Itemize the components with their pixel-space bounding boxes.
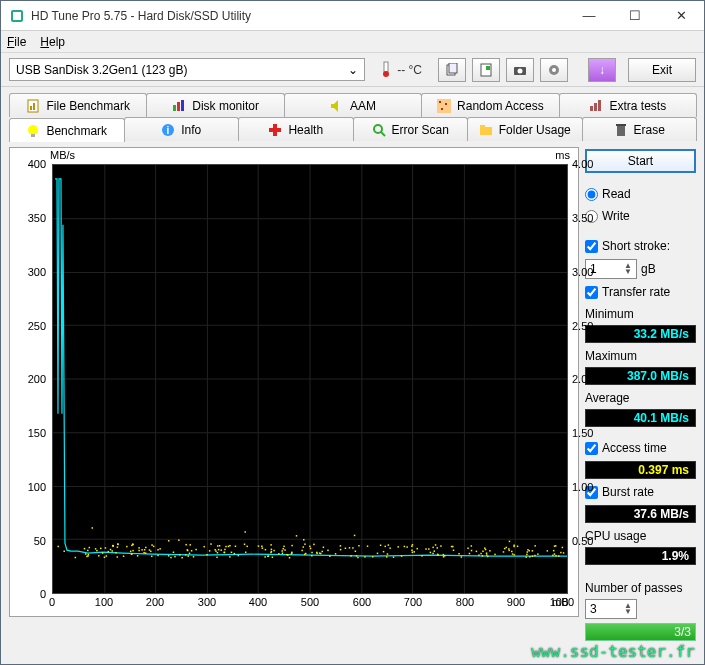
svg-rect-191 [150, 551, 151, 552]
svg-rect-61 [387, 553, 388, 554]
svg-rect-150 [511, 551, 512, 552]
tab-random-access[interactable]: Random Access [421, 93, 559, 117]
svg-rect-294 [131, 545, 132, 546]
svg-rect-171 [271, 551, 272, 552]
svg-rect-122 [193, 556, 194, 557]
tab-aam[interactable]: AAM [284, 93, 422, 117]
read-radio[interactable]: Read [585, 185, 696, 203]
svg-rect-272 [203, 546, 204, 547]
svg-rect-215 [486, 554, 487, 555]
svg-rect-141 [231, 552, 232, 553]
svg-rect-135 [107, 551, 108, 552]
svg-rect-216 [489, 550, 490, 551]
svg-rect-257 [217, 545, 218, 546]
svg-rect-237 [153, 546, 154, 547]
avg-label: Average [585, 391, 696, 405]
copy-info-button[interactable] [438, 58, 466, 82]
access-time-check[interactable]: Access time [585, 439, 696, 457]
chevron-down-icon: ⌄ [348, 63, 358, 77]
svg-rect-163 [244, 544, 245, 545]
passes-spin[interactable]: 3▲▼ [585, 599, 637, 619]
svg-rect-303 [112, 546, 113, 547]
svg-rect-130 [141, 549, 142, 550]
screenshot-button[interactable] [506, 58, 534, 82]
svg-rect-204 [100, 548, 101, 549]
temp-value: -- °C [397, 63, 422, 77]
svg-point-11 [552, 68, 556, 72]
svg-rect-208 [508, 550, 509, 551]
svg-rect-239 [218, 549, 219, 550]
svg-rect-5 [449, 63, 457, 73]
tab-extra-tests[interactable]: Extra tests [559, 93, 697, 117]
menu-help[interactable]: Help [40, 35, 65, 49]
svg-rect-278 [264, 556, 265, 557]
tab-disk-monitor[interactable]: Disk monitor [146, 93, 284, 117]
svg-rect-172 [358, 545, 359, 546]
window-title: HD Tune Pro 5.75 - Hard Disk/SSD Utility [31, 9, 566, 23]
magnify-icon [372, 123, 386, 137]
svg-rect-225 [234, 553, 235, 554]
tab-error-scan[interactable]: Error Scan [353, 117, 469, 141]
drive-select-value: USB SanDisk 3.2Gen1 (123 gB) [16, 63, 187, 77]
svg-rect-108 [480, 553, 481, 554]
svg-rect-282 [63, 550, 64, 551]
svg-rect-25 [598, 100, 601, 111]
svg-rect-63 [534, 545, 535, 546]
svg-rect-93 [189, 553, 190, 554]
save-button[interactable]: ↓ [588, 58, 616, 82]
svg-rect-133 [157, 555, 158, 556]
transfer-rate-check[interactable]: Transfer rate [585, 283, 696, 301]
svg-rect-84 [89, 547, 90, 548]
titlebar: HD Tune Pro 5.75 - Hard Disk/SSD Utility… [1, 1, 704, 31]
svg-rect-148 [451, 546, 452, 547]
svg-rect-200 [554, 553, 555, 554]
x-unit: mB [552, 596, 569, 608]
svg-rect-125 [321, 551, 322, 552]
drive-select[interactable]: USB SanDisk 3.2Gen1 (123 gB) ⌄ [9, 58, 365, 81]
svg-rect-197 [270, 544, 271, 545]
svg-rect-82 [437, 547, 438, 548]
tab-health[interactable]: Health [238, 117, 354, 141]
svg-rect-260 [283, 548, 284, 549]
svg-rect-224 [513, 545, 514, 546]
download-icon: ↓ [599, 63, 605, 77]
tab-row-bottom: Benchmark iInfo Health Error Scan Folder… [9, 117, 696, 141]
svg-rect-220 [228, 546, 229, 547]
tab-folder-usage[interactable]: Folder Usage [467, 117, 583, 141]
svg-rect-90 [157, 549, 158, 550]
minimize-button[interactable]: — [566, 1, 612, 31]
options-button[interactable] [540, 58, 568, 82]
svg-rect-140 [216, 557, 217, 558]
tab-erase[interactable]: Erase [582, 117, 698, 141]
tab-benchmark[interactable]: Benchmark [9, 118, 125, 142]
svg-rect-179 [311, 552, 312, 553]
svg-rect-212 [244, 531, 245, 532]
svg-rect-175 [555, 555, 556, 556]
svg-rect-88 [434, 550, 435, 551]
svg-rect-252 [145, 552, 146, 553]
svg-rect-115 [191, 550, 192, 551]
menu-file[interactable]: File [7, 35, 26, 49]
short-stroke-check[interactable]: Short stroke: [585, 237, 696, 255]
access-value: 0.397 ms [585, 461, 696, 479]
svg-rect-177 [357, 557, 358, 558]
svg-rect-233 [105, 547, 106, 548]
svg-rect-156 [149, 549, 150, 550]
tab-file-benchmark[interactable]: File Benchmark [9, 93, 147, 117]
svg-rect-273 [393, 556, 394, 557]
svg-rect-288 [57, 546, 58, 547]
exit-button[interactable]: Exit [628, 58, 696, 82]
svg-rect-34 [480, 127, 492, 135]
svg-rect-102 [284, 549, 285, 550]
cpu-value: 1.9% [585, 547, 696, 565]
svg-rect-107 [310, 548, 311, 549]
tab-info[interactable]: iInfo [124, 117, 240, 141]
svg-rect-182 [273, 550, 274, 551]
svg-rect-283 [174, 556, 175, 557]
maximize-button[interactable]: ☐ [612, 1, 658, 31]
close-button[interactable]: ✕ [658, 1, 704, 31]
svg-rect-113 [130, 551, 131, 552]
svg-marker-18 [331, 100, 338, 112]
svg-rect-274 [352, 547, 353, 548]
copy-shot-button[interactable] [472, 58, 500, 82]
